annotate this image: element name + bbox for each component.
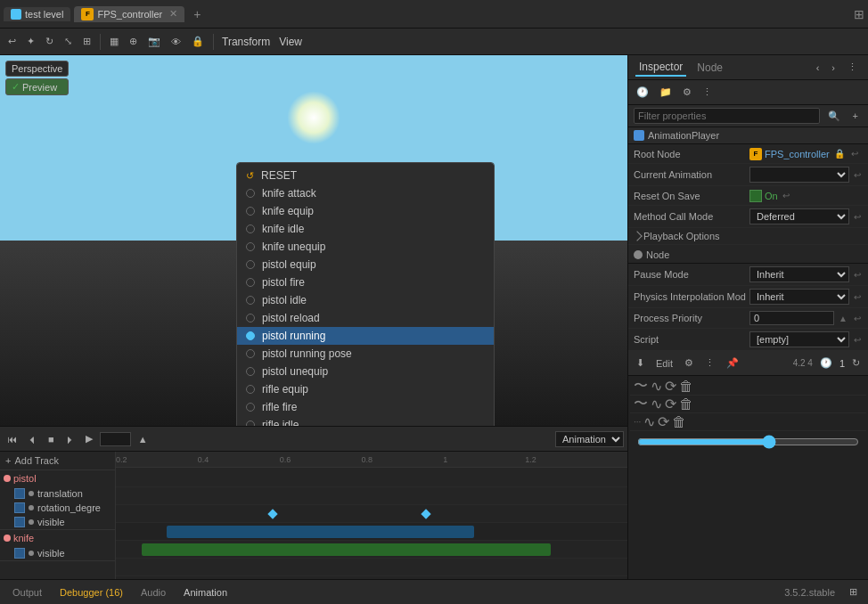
dropdown-item-6[interactable]: pistol idle	[237, 291, 494, 309]
more-icon[interactable]: ⋮	[698, 85, 717, 100]
step-back-button[interactable]: ⏴	[24, 432, 41, 446]
revert-button[interactable]: 🔒	[832, 148, 847, 159]
checkbox-icon[interactable]	[14, 548, 25, 559]
reset-button[interactable]: ↩	[852, 211, 863, 223]
current-anim-select[interactable]	[749, 167, 849, 183]
delete-icon2[interactable]: 🗑	[679, 396, 693, 412]
anim-options-button[interactable]: ⚙	[680, 355, 698, 371]
tab-animation[interactable]: Animation	[178, 585, 233, 600]
history-icon[interactable]: 🕐	[632, 85, 653, 100]
local-space-button[interactable]: ⊕	[125, 33, 142, 50]
layout-button[interactable]: ⊞	[846, 584, 861, 600]
reset-button[interactable]: ↩	[781, 190, 791, 201]
visibility-button[interactable]: 👁	[167, 34, 185, 50]
wave-icon[interactable]: 〜	[634, 377, 648, 396]
wave-icon2[interactable]: 〜	[634, 395, 648, 413]
pause-mode-select[interactable]: Inherit	[749, 266, 849, 282]
forward-button[interactable]: ›	[828, 60, 839, 75]
playback-options-toggle[interactable]: Playback Options	[628, 228, 868, 245]
track-header-pistol[interactable]: pistol	[0, 470, 115, 486]
dropdown-item-4[interactable]: pistol equip	[237, 256, 494, 273]
tab-inspector[interactable]: Inspector	[635, 59, 686, 77]
time-input[interactable]: 0	[100, 432, 131, 446]
add-track-button[interactable]: + Add Track	[0, 452, 115, 470]
dropdown-item-7[interactable]: pistol reload	[237, 309, 494, 327]
tab-audio[interactable]: Audio	[135, 585, 171, 600]
checkbox-icon[interactable]	[14, 488, 25, 499]
dropdown-item-pistol-running[interactable]: pistol running	[237, 327, 494, 345]
reset-button[interactable]: ↩	[852, 313, 863, 324]
grid-snap-button[interactable]: ▦	[105, 33, 123, 50]
back-button[interactable]: ‹	[813, 60, 823, 75]
anim-icon2[interactable]: ⟳	[665, 378, 676, 395]
folder-icon[interactable]: 📁	[655, 85, 676, 100]
preview-button[interactable]: ✓ Preview	[5, 78, 69, 95]
anim-more-button[interactable]: ⋮	[700, 355, 719, 371]
track-row-visible-pistol[interactable]	[116, 541, 627, 559]
reset-button[interactable]: ↩	[852, 291, 863, 303]
sub-track-knife-visible[interactable]: visible	[0, 546, 115, 560]
time-up-button[interactable]: ▲	[135, 432, 151, 446]
rotate-tool-button[interactable]: ↻	[41, 33, 58, 50]
tab-node[interactable]: Node	[693, 60, 726, 76]
root-node-link[interactable]: F FPS_controller	[749, 148, 830, 160]
dropdown-item-1[interactable]: knife equip	[237, 202, 494, 220]
sub-track-visible[interactable]: visible	[0, 515, 115, 529]
track-row-translation[interactable]	[116, 505, 627, 523]
scrubber[interactable]	[637, 435, 859, 449]
sub-track-rotation[interactable]: rotation_degre	[0, 501, 115, 515]
reset-button[interactable]: ↩	[852, 169, 863, 181]
move-tool-button[interactable]: ↩	[4, 33, 20, 50]
anim-edit-button[interactable]: Edit	[651, 356, 677, 371]
settings-icon[interactable]: ⚙	[678, 85, 696, 100]
filter-input[interactable]	[634, 108, 820, 124]
dropdown-item-0[interactable]: knife attack	[237, 184, 494, 202]
add-button[interactable]: +	[848, 109, 863, 123]
track-header-knife[interactable]: knife	[0, 530, 115, 546]
physics-interp-select[interactable]: Inherit	[749, 289, 849, 305]
dropdown-item-9[interactable]: pistol unequip	[237, 363, 494, 380]
tab-output[interactable]: Output	[7, 585, 47, 600]
camera-button[interactable]: 📷	[143, 33, 165, 50]
process-priority-input[interactable]	[749, 311, 834, 325]
sub-track-translation[interactable]: translation	[0, 486, 115, 501]
stop-button[interactable]: ■	[45, 432, 58, 446]
anim-icon3[interactable]: ⟳	[665, 396, 676, 412]
dropdown-item-11[interactable]: rifle fire	[237, 398, 494, 416]
search-button[interactable]: 🔍	[823, 109, 845, 124]
keyframe[interactable]	[268, 509, 278, 518]
anim-icon4[interactable]: ⟳	[658, 413, 669, 430]
dropdown-item-reset[interactable]: ↺ RESET	[237, 167, 494, 184]
rewind-button[interactable]: ⏮	[4, 432, 20, 446]
reset-button[interactable]: ↩	[852, 334, 863, 346]
method-call-select[interactable]: Deferred	[749, 208, 849, 224]
transform-tool-button[interactable]: ⊞	[78, 33, 95, 50]
step-forward-button[interactable]: ⏵	[61, 432, 78, 446]
history-button[interactable]: ⋮	[844, 60, 861, 75]
delete-icon[interactable]: 🗑	[679, 379, 693, 395]
animation-dropdown[interactable]: ↺ RESET knife attack knife equip knife i…	[236, 162, 495, 426]
checkbox[interactable]	[749, 190, 762, 202]
select-tool-button[interactable]: ✦	[22, 33, 39, 50]
lock-button[interactable]: 🔒	[187, 33, 209, 50]
dropdown-item-10[interactable]: rifle equip	[237, 380, 494, 398]
reset-button[interactable]: ↩	[849, 148, 860, 159]
play-button[interactable]: ▶	[82, 431, 96, 446]
keyframe[interactable]	[422, 509, 431, 518]
viewport[interactable]: Perspective ✓ Preview ↺ RESET knife atta…	[0, 55, 627, 426]
script-select[interactable]: [empty]	[749, 331, 849, 347]
reset-button[interactable]: ↩	[852, 269, 863, 281]
dropdown-item-2[interactable]: knife idle	[237, 220, 494, 238]
tab-debugger[interactable]: Debugger (16)	[54, 585, 128, 600]
new-tab-button[interactable]: +	[188, 5, 206, 23]
tab-test-level[interactable]: test level	[4, 7, 70, 21]
expand-icon[interactable]: ⊞	[854, 7, 864, 21]
curve-icon3[interactable]: ∿	[643, 413, 655, 430]
curve-icon2[interactable]: ∿	[651, 396, 662, 412]
delete-icon3[interactable]: 🗑	[672, 414, 686, 430]
anim-pin-button[interactable]: 📌	[722, 355, 743, 371]
checkbox-icon[interactable]	[14, 502, 25, 513]
perspective-button[interactable]: Perspective	[5, 61, 69, 77]
scale-tool-button[interactable]: ⤡	[60, 33, 77, 50]
dropdown-item-8[interactable]: pistol running pose	[237, 345, 494, 363]
